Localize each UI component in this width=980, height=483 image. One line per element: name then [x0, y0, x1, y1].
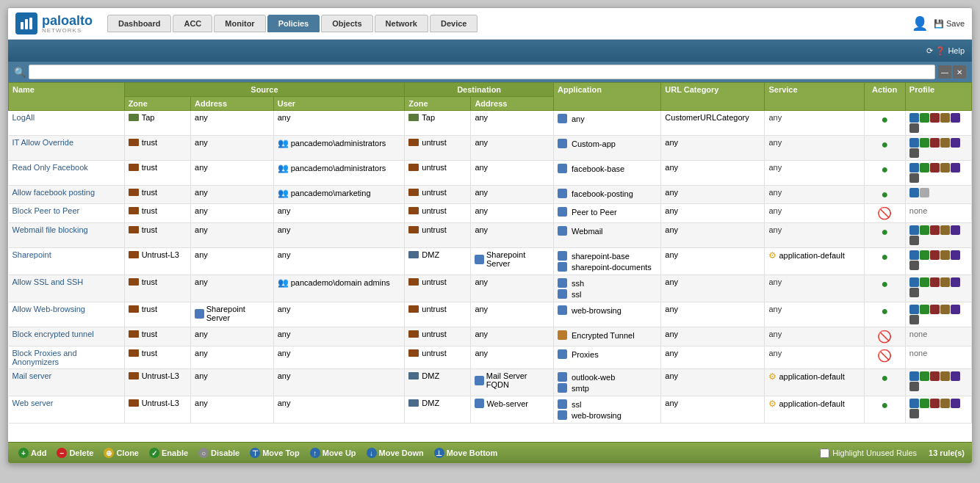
cell-service: any — [765, 204, 864, 223]
tab-policies[interactable]: Policies — [267, 15, 320, 32]
cell-src-addr: any — [191, 396, 274, 424]
cell-user: any — [273, 346, 405, 369]
cell-user: 👥pancademo\marketing — [273, 186, 405, 204]
table-row[interactable]: Allow Web-browsing trust Sharepoint Serv… — [9, 302, 972, 327]
cell-dst-zone: untrust — [405, 223, 471, 248]
enable-button[interactable]: ✓ Enable — [146, 446, 191, 460]
table-row[interactable]: Mail server Untrust-L3 any any DMZ Mail … — [9, 369, 972, 396]
cell-dst-zone: untrust — [405, 346, 471, 369]
cell-src-zone: trust — [124, 275, 190, 302]
table-row[interactable]: Webmail file blocking trust any any untr… — [9, 223, 972, 248]
cell-dst-zone: DMZ — [405, 369, 471, 396]
add-button[interactable]: + Add — [15, 446, 49, 460]
cell-src-zone: trust — [124, 327, 190, 346]
enable-icon: ✓ — [149, 448, 159, 458]
cell-name: Block encrypted tunnel — [9, 327, 125, 346]
search-close-button[interactable]: ✕ — [953, 65, 966, 79]
cell-src-zone: trust — [124, 204, 190, 223]
search-input[interactable] — [29, 65, 935, 79]
help-button[interactable]: ⟳ ❓ Help — [926, 46, 965, 56]
cell-application: sslweb-browsing — [553, 396, 660, 424]
highlight-unused: Highlight Unused Rules — [820, 448, 917, 458]
search-minimize-button[interactable]: — — [938, 65, 951, 79]
cell-user: any — [273, 204, 405, 223]
cell-profile — [905, 275, 971, 302]
cell-name: Allow facebook posting — [9, 186, 125, 204]
table-row[interactable]: Block Peer to Peer trust any any untrust… — [9, 204, 972, 223]
cell-application: web-browsing — [553, 302, 660, 327]
cell-dst-addr: any — [471, 346, 554, 369]
cell-application: Custom-app — [553, 136, 660, 161]
cell-user: any — [273, 396, 405, 424]
help-icon2: ❓ — [935, 46, 945, 56]
cell-action: ● — [864, 396, 905, 424]
col-name: Name — [9, 83, 125, 111]
cell-url-category: any — [661, 275, 765, 302]
tab-acc[interactable]: ACC — [173, 15, 212, 32]
table-row[interactable]: Web server Untrust-L3 any any DMZ Web-se… — [9, 396, 972, 424]
cell-src-addr: any — [191, 223, 274, 248]
cell-dst-zone: untrust — [405, 275, 471, 302]
cell-dst-zone: DMZ — [405, 396, 471, 424]
cell-action: 🚫 — [864, 204, 905, 223]
disable-button[interactable]: ○ Disable — [195, 446, 242, 460]
table-row[interactable]: Block Proxies and Anonymizers trust any … — [9, 346, 972, 369]
tab-objects[interactable]: Objects — [321, 15, 372, 32]
move-bottom-button[interactable]: ⊥ Move Bottom — [431, 446, 501, 460]
cell-service: ⚙application-default — [765, 396, 864, 424]
cell-profile — [905, 186, 971, 204]
cell-src-zone: Untrust-L3 — [124, 248, 190, 275]
move-down-button[interactable]: ↓ Move Down — [364, 446, 427, 460]
nav-tabs: Dashboard ACC Monitor Policies Objects N… — [107, 15, 912, 32]
move-top-button[interactable]: ⊤ Move Top — [247, 446, 303, 460]
table-row[interactable]: Sharepoint Untrust-L3 any any DMZ Sharep… — [9, 248, 972, 275]
tab-dashboard[interactable]: Dashboard — [107, 15, 171, 32]
cell-src-addr: Sharepoint Server — [191, 302, 274, 327]
cell-action: ● — [864, 136, 905, 161]
move-down-icon: ↓ — [367, 448, 377, 458]
cell-user: any — [273, 302, 405, 327]
delete-button[interactable]: − Delete — [54, 446, 96, 460]
tab-device[interactable]: Device — [430, 15, 478, 32]
tab-monitor[interactable]: Monitor — [214, 15, 265, 32]
col-service: Service — [765, 83, 864, 111]
col-url-category: URL Category — [661, 83, 765, 111]
cell-name: Web server — [9, 396, 125, 424]
cell-src-addr: any — [191, 111, 274, 136]
cell-url-category: any — [661, 204, 765, 223]
table-row[interactable]: LogAll Tap any any Tap any any CustomerU… — [9, 111, 972, 136]
table-row[interactable]: IT Allow Override trust any 👥pancademo\a… — [9, 136, 972, 161]
cell-action: ● — [864, 275, 905, 302]
clone-button[interactable]: ⊕ Clone — [101, 446, 142, 460]
table-row[interactable]: Allow facebook posting trust any 👥pancad… — [9, 186, 972, 204]
cell-src-zone: trust — [124, 346, 190, 369]
cell-src-addr: any — [191, 327, 274, 346]
highlight-unused-checkbox[interactable] — [820, 448, 829, 458]
cell-src-addr: any — [191, 161, 274, 186]
move-up-button[interactable]: ↑ Move Up — [307, 446, 359, 460]
cell-dst-zone: untrust — [405, 161, 471, 186]
table-row[interactable]: Block encrypted tunnel trust any any unt… — [9, 327, 972, 346]
cell-dst-zone: untrust — [405, 327, 471, 346]
save-button[interactable]: 💾 Save — [934, 19, 965, 29]
cell-dst-addr: any — [471, 136, 554, 161]
destination-group-header: Destination — [405, 83, 554, 97]
cell-user: any — [273, 369, 405, 396]
table-row[interactable]: Read Only Facebook trust any 👥pancademo\… — [9, 161, 972, 186]
tab-network[interactable]: Network — [375, 15, 428, 32]
rules-table: Name Source Destination Application URL … — [8, 82, 972, 424]
move-bottom-icon: ⊥ — [434, 448, 444, 458]
cell-dst-zone: DMZ — [405, 248, 471, 275]
rules-count: 13 rule(s) — [929, 448, 965, 457]
cell-dst-addr: Web-server — [471, 396, 554, 424]
cell-name: Allow SSL and SSH — [9, 275, 125, 302]
col-src-addr: Address — [191, 97, 274, 111]
help-icon: ⟳ — [926, 46, 933, 56]
cell-user: 👥pancademo\administrators — [273, 136, 405, 161]
cell-src-zone: trust — [124, 186, 190, 204]
search-actions: — ✕ — [938, 65, 966, 79]
cell-service: any — [765, 223, 864, 248]
source-group-header: Source — [124, 83, 405, 97]
table-row[interactable]: Allow SSL and SSH trust any 👥pancademo\d… — [9, 275, 972, 302]
disable-icon: ○ — [198, 448, 209, 458]
